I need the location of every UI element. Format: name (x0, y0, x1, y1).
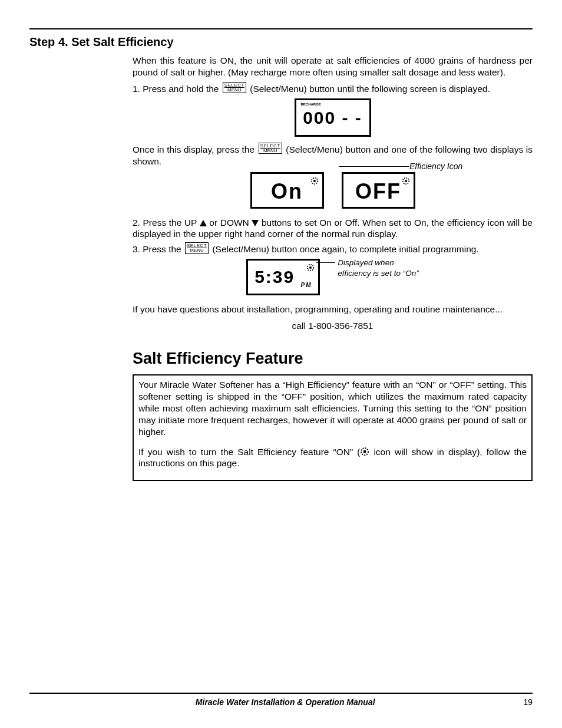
li2-b: or DOWN (207, 218, 252, 228)
page-footer: Miracle Water Installation & Operation M… (29, 693, 533, 707)
top-rule (29, 28, 533, 29)
call-number: call 1-800-356-7851 (133, 320, 533, 332)
efficiency-icon (310, 176, 319, 185)
sef-p1: Your Miracle Water Softener has a “High … (138, 379, 527, 437)
step-li-1: 1. Press and hold the SELECTMENU (Select… (133, 82, 533, 95)
select-menu-button-icon: SELECTMENU (223, 82, 246, 93)
lcd-display-on: On (250, 172, 324, 209)
lcd-clock-figure: 5:39 PM Displayed whenefficiency is set … (133, 259, 533, 295)
efficiency-icon (402, 176, 410, 185)
li1-text-a: 1. Press and hold the (133, 84, 222, 94)
select-menu-button-icon: SELECTMENU (259, 143, 282, 154)
step-mid: Once in this display, press the SELECTME… (133, 143, 533, 167)
lcd-display-clock: 5:39 PM (246, 259, 320, 295)
select-menu-button-icon: SELECTMENU (185, 242, 209, 253)
efficiency-icon (360, 447, 369, 455)
svg-rect-5 (310, 266, 312, 269)
step-li-3: 3. Press the SELECTMENU (Select/Menu) bu… (133, 242, 533, 255)
lcd-code-figure: RECHARGE 000 - - (133, 98, 533, 137)
down-arrow-icon (252, 220, 259, 226)
efficiency-icon (306, 263, 315, 271)
clock-annotation: Displayed whenefficiency is set to “On” (338, 258, 418, 294)
step-title: Step 4. Set Salt Efficiency (29, 35, 533, 49)
up-arrow-icon (200, 220, 207, 226)
mid-a: Once in this display, press the (133, 144, 257, 154)
step-li-2: 2. Press the UP or DOWN buttons to set O… (133, 217, 533, 241)
svg-rect-1 (313, 180, 316, 182)
questions-text: If you have questions about installation… (133, 304, 533, 315)
li2-a: 2. Press the UP (133, 218, 200, 228)
sef-title: Salt Efficiency Feature (133, 348, 533, 369)
footer-title: Miracle Water Installation & Operation M… (47, 697, 523, 707)
lcd-display-code: RECHARGE 000 - - (295, 98, 371, 137)
li3-a: 3. Press the (133, 244, 184, 254)
li1-text-b: (Select/Menu) button until the following… (250, 84, 490, 94)
efficiency-icon-label: Efficiency Icon (409, 162, 462, 172)
lcd-onoff-figure: On OFF Efficiency Icon (133, 172, 533, 209)
lcd-display-off: OFF (342, 172, 415, 209)
step-intro: When this feature is ON, the unit will o… (133, 55, 533, 78)
li3-b: (Select/Menu) button once again, to comp… (212, 244, 478, 254)
lcd-recharge-label: RECHARGE (301, 103, 321, 107)
sef-box: Your Miracle Water Softener has a “High … (133, 374, 533, 481)
svg-rect-3 (405, 180, 407, 182)
page-number: 19 (523, 697, 533, 707)
sef-p2: If you wish to turn the Salt Efficiency … (138, 446, 527, 470)
step-content: When this feature is ON, the unit will o… (133, 55, 533, 481)
svg-rect-7 (363, 450, 366, 453)
